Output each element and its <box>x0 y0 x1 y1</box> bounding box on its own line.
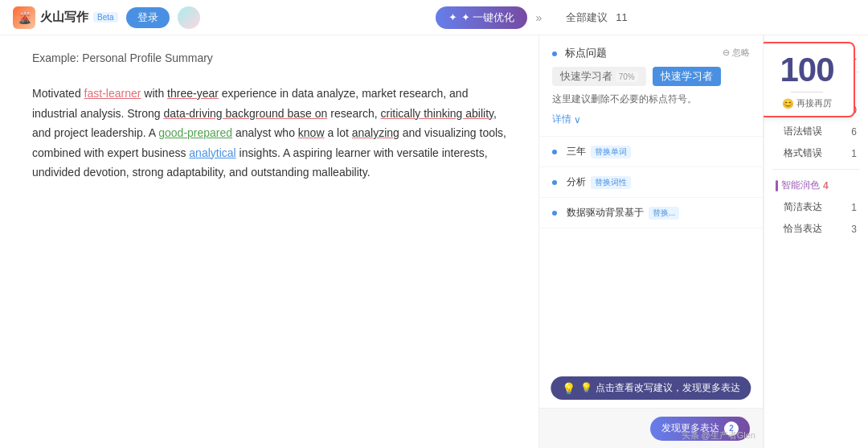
beta-badge: Beta <box>93 12 118 23</box>
score-action: 😊 再接再厉 <box>768 97 845 109</box>
sidebar-divider-2 <box>772 169 860 170</box>
suggestion-small-1: 三年 替换单词 <box>539 137 763 167</box>
replace-tag-2: 替换词性 <box>591 176 631 189</box>
suggestion-type-area: 标点问题 <box>552 45 607 60</box>
suggestions-label: 全部建议 <box>566 10 608 25</box>
detail-button[interactable]: 详情 ∨ <box>552 113 581 126</box>
optimize-icon: ✦ <box>448 11 457 23</box>
score-number: 100 <box>768 53 845 87</box>
tooltip-bubble: 💡 💡 点击查看改写建议，发现更多表达 <box>551 376 751 400</box>
score-divider <box>791 92 823 92</box>
bullet-dot-2 <box>552 180 557 185</box>
bullet-dot-1 <box>552 150 557 154</box>
optimize-label: ✦ 一键优化 <box>461 10 515 25</box>
optimize-button[interactable]: ✦ ✦ 一键优化 <box>436 6 528 29</box>
sidebar-row-format[interactable]: 格式错误 1 <box>772 142 860 164</box>
word-suggested-text: 快速学习者 <box>661 70 713 82</box>
text-normal-1: Motivated <box>32 87 84 100</box>
small-label-2: 分析 <box>567 175 586 189</box>
logo-text: 火山写作 <box>40 10 88 25</box>
highlight-data-driving: data-driving background base on <box>163 107 327 120</box>
word-original-text: 快速学习者 <box>560 70 612 82</box>
highlight-good-prepared: good-prepared <box>158 126 232 139</box>
suggestion-item-header: 标点问题 ⊖ 忽略 <box>552 45 750 60</box>
header: 🌋 火山写作 Beta 登录 ✦ ✦ 一键优化 » 全部建议 11 <box>0 0 868 35</box>
word-original-badge: 70% <box>616 72 638 82</box>
logo-area: 🌋 火山写作 Beta <box>13 6 118 29</box>
sidebar-row-concise[interactable]: 简洁表达 1 <box>772 196 860 218</box>
category-bar-purple <box>776 180 778 191</box>
suggestion-panel: 标点问题 ⊖ 忽略 快速学习者 70% 快速学习者 这里建议删除不必要的标点符号… <box>538 35 764 448</box>
score-card: 100 😊 再接再厉 <box>759 42 855 117</box>
replace-tag-3: 替换... <box>649 207 679 220</box>
highlight-three-year: three-year <box>167 87 219 100</box>
text-normal-7: a lot <box>325 126 352 139</box>
sidebar-row-grammar[interactable]: 语法错误 6 <box>772 121 860 142</box>
sidebar-grammar-label: 语法错误 <box>784 125 822 138</box>
sidebar-format-count: 1 <box>851 148 857 159</box>
suggestion-note: 这里建议删除不必要的标点符号。 <box>552 92 750 106</box>
ignore-icon: ⊖ <box>723 47 730 58</box>
main-content: Example: Personal Profile Summary Motiva… <box>0 35 868 448</box>
tooltip-text: 💡 点击查看改写建议，发现更多表达 <box>580 381 739 395</box>
score-emoji: 😊 <box>782 98 794 109</box>
text-normal-6: analyst who <box>232 126 298 139</box>
editor-panel: Example: Personal Profile Summary Motiva… <box>0 35 538 448</box>
suggestion-small-2: 分析 替换词性 <box>539 167 763 198</box>
bullet-dot-punctuation <box>552 51 557 56</box>
small-label-1: 三年 <box>567 145 586 158</box>
sidebar-row-appropriate[interactable]: 恰当表达 3 <box>772 218 860 240</box>
sidebar-item-label-polish: 智能润色 <box>781 179 820 192</box>
sidebar-concise-label: 简洁表达 <box>784 200 822 214</box>
watermark: 头条 @生产者Glen <box>682 430 755 442</box>
replace-tag-1: 替换单词 <box>591 146 631 158</box>
logo-icon: 🌋 <box>13 6 35 29</box>
more-button[interactable]: » <box>535 11 542 24</box>
sidebar-format-label: 格式错误 <box>784 146 822 160</box>
sidebar-grammar-count: 6 <box>851 126 857 138</box>
word-suggested-button[interactable]: 快速学习者 <box>653 67 721 86</box>
highlight-critically-thinking: critically thinking ability <box>380 107 493 120</box>
small-label-3: 数据驱动背景基于 <box>567 206 644 220</box>
suggestion-small-3: 数据驱动背景基于 替换... <box>539 198 763 228</box>
suggestion-item-punctuation: 标点问题 ⊖ 忽略 快速学习者 70% 快速学习者 这里建议删除不必要的标点符号… <box>539 35 763 137</box>
highlight-analyzing: analyzing <box>352 126 399 139</box>
sidebar-item-count-polish: 4 <box>823 180 829 191</box>
sidebar-appropriate-label: 恰当表达 <box>784 222 822 236</box>
highlight-know: know <box>298 126 325 139</box>
highlight-fast-learner: fast-learner <box>84 87 141 100</box>
detail-label: 详情 <box>552 113 571 126</box>
bottom-action-bar: 发现更多表达 2 <box>539 408 763 448</box>
sidebar-category-polish: 智能润色 4 <box>772 175 860 196</box>
text-normal-4: research, <box>327 107 380 120</box>
bullet-dot-3 <box>552 211 557 216</box>
score-action-label: 再接再厉 <box>796 97 832 109</box>
document-body: Motivated fast-learner with three-year e… <box>32 84 506 183</box>
document-title: Example: Personal Profile Summary <box>32 51 506 64</box>
avatar-button[interactable] <box>178 6 200 29</box>
sidebar-appropriate-count: 3 <box>851 224 857 235</box>
text-normal-2: with <box>141 87 167 100</box>
chevron-down-icon: ∨ <box>574 114 581 125</box>
ignore-label: 忽略 <box>732 47 750 59</box>
suggestion-type-label: 标点问题 <box>565 47 607 59</box>
highlight-analytical: analytical <box>189 146 235 159</box>
sidebar-concise-count: 1 <box>851 202 857 213</box>
login-button[interactable]: 登录 <box>126 7 170 28</box>
suggestions-total-count: 11 <box>616 11 627 23</box>
ignore-button[interactable]: ⊖ 忽略 <box>723 47 750 59</box>
word-original: 快速学习者 70% <box>552 67 646 86</box>
header-center: ✦ ✦ 一键优化 » 全部建议 11 <box>208 6 855 29</box>
suggestion-word-area: 快速学习者 70% 快速学习者 <box>552 67 750 86</box>
tooltip-icon: 💡 <box>562 382 575 395</box>
